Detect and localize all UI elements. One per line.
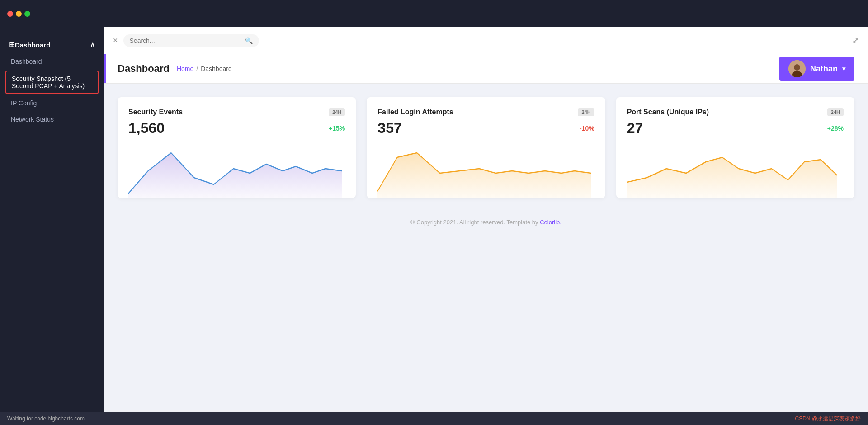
card-security-events: Security Events 24H 1,560 +15% [118, 97, 356, 198]
page-header: Dashboard Home / Dashboard Nathan ▾ [104, 54, 868, 84]
breadcrumb-current: Dashboard [201, 65, 232, 72]
card-badge-login: 24H [578, 108, 594, 116]
card-title-security: Security Events [128, 108, 183, 116]
status-bar: Waiting for code.highcharts.com... CSDN … [0, 412, 868, 425]
expand-icon[interactable]: ⤢ [852, 36, 859, 46]
sidebar-item-dashboard[interactable]: Dashboard [0, 53, 104, 70]
card-header-port: Port Scans (Unique IPs) 24H [627, 108, 844, 116]
close-dot[interactable] [7, 11, 13, 17]
page-header-left: Dashboard Home / Dashboard [118, 63, 232, 75]
search-icon: 🔍 [245, 37, 253, 44]
card-change-port: +28% [827, 125, 844, 132]
chart-login [377, 144, 594, 198]
search-left: × 🔍 [113, 34, 259, 47]
sidebar-item-security-snapshot[interactable]: Security Snapshot (5 Second PCAP + Analy… [5, 71, 99, 94]
svg-marker-4 [377, 153, 591, 198]
content-area: × 🔍 ⤢ Dashboard Home / Dashboard [104, 27, 868, 412]
card-title-login: Failed Login Attempts [377, 108, 453, 116]
sidebar-item-ip-config[interactable]: IP Config [0, 95, 104, 111]
card-header-security: Security Events 24H [128, 108, 345, 116]
card-value-row-login: 357 -10% [377, 120, 594, 137]
card-badge-security: 24H [329, 108, 345, 116]
main-content: Security Events 24H 1,560 +15% [104, 84, 868, 412]
avatar [788, 60, 806, 77]
status-bar-left: Waiting for code.highcharts.com... [7, 416, 89, 422]
svg-marker-3 [128, 153, 342, 198]
card-title-port: Port Scans (Unique IPs) [627, 108, 709, 116]
chart-security [128, 144, 345, 198]
sidebar-group-icon: ⊞ [9, 41, 15, 49]
search-input[interactable] [130, 37, 241, 44]
card-failed-login: Failed Login Attempts 24H 357 -10% [367, 97, 605, 198]
chevron-down-icon: ▾ [842, 65, 845, 72]
card-change-security: +15% [329, 125, 345, 132]
breadcrumb: Home / Dashboard [177, 65, 232, 72]
card-value-row-security: 1,560 +15% [128, 120, 345, 137]
card-port-scans: Port Scans (Unique IPs) 24H 27 +28% [616, 97, 854, 198]
svg-point-1 [794, 64, 800, 71]
status-bar-right: CSDN @永远是深夜该多好 [795, 415, 861, 423]
page-title: Dashboard [118, 63, 170, 75]
chevron-up-icon: ∧ [90, 41, 95, 49]
minimize-dot[interactable] [16, 11, 22, 17]
breadcrumb-separator: / [196, 65, 198, 72]
footer-link[interactable]: Colorlib. [540, 219, 561, 226]
card-value-login: 357 [377, 120, 401, 137]
accent-bar [104, 54, 106, 83]
card-header-login: Failed Login Attempts 24H [377, 108, 594, 116]
window-controls [7, 11, 30, 17]
card-change-login: -10% [580, 125, 594, 132]
footer: © Copyright 2021. All right reserved. Te… [118, 212, 854, 233]
user-name: Nathan [810, 64, 838, 74]
maximize-dot[interactable] [24, 11, 30, 17]
breadcrumb-home[interactable]: Home [177, 65, 193, 72]
user-menu[interactable]: Nathan ▾ [779, 57, 854, 81]
footer-copyright: © Copyright 2021. All right reserved. Te… [410, 219, 538, 226]
chart-port [627, 144, 844, 198]
search-bar: × 🔍 ⤢ [104, 27, 868, 54]
card-badge-port: 24H [827, 108, 844, 116]
cards-row: Security Events 24H 1,560 +15% [118, 97, 854, 198]
card-value-row-port: 27 +28% [627, 120, 844, 137]
main-layout: ⊞ Dashboard ∧ Dashboard Security Snapsho… [0, 27, 868, 412]
svg-marker-5 [627, 157, 837, 198]
sidebar: ⊞ Dashboard ∧ Dashboard Security Snapsho… [0, 27, 104, 412]
sidebar-group-dashboard[interactable]: ⊞ Dashboard ∧ [0, 36, 104, 53]
sidebar-item-network-status[interactable]: Network Status [0, 111, 104, 128]
search-input-wrap: 🔍 [123, 34, 259, 47]
sidebar-group-label: Dashboard [15, 41, 50, 49]
card-value-security: 1,560 [128, 120, 165, 137]
card-value-port: 27 [627, 120, 643, 137]
sidebar-section-dashboard: ⊞ Dashboard ∧ Dashboard Security Snapsho… [0, 32, 104, 132]
search-close-button[interactable]: × [113, 36, 118, 45]
top-bar [0, 0, 868, 27]
